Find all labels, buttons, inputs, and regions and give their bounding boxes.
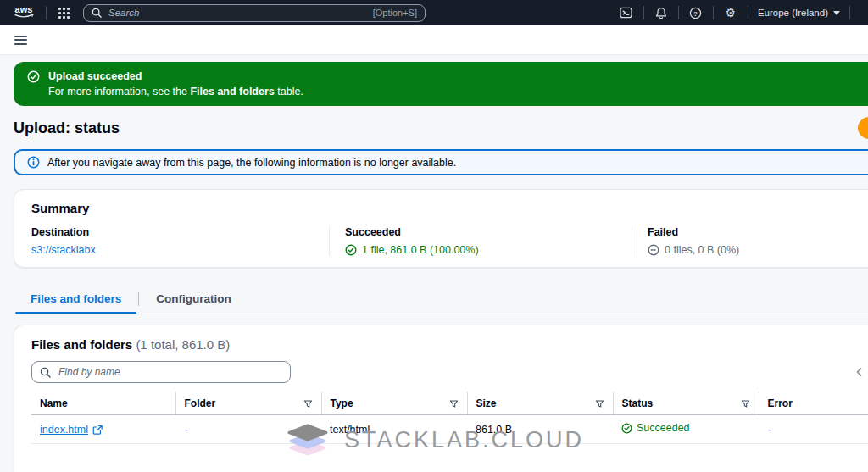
tab-configuration[interactable]: Configuration <box>139 286 248 314</box>
nav-utilities: ? ⚙ Europe (Ireland) <box>619 5 860 20</box>
summary-heading: Summary <box>31 201 868 215</box>
svg-text:?: ? <box>693 9 698 17</box>
filter-icon[interactable] <box>449 399 459 408</box>
table-count: (1 total, 861.0 B) <box>136 337 230 352</box>
succeeded-value: 1 file, 861.0 B (100.00%) <box>362 244 479 256</box>
column-header-folder[interactable]: Folder <box>175 392 321 415</box>
table-toolbar <box>31 361 868 383</box>
column-header-error[interactable]: Error <box>759 392 868 415</box>
page-title: Upload: status <box>14 119 120 137</box>
nav-divider <box>748 6 748 19</box>
cell-error: - <box>759 415 868 444</box>
side-menu-hamburger-icon[interactable] <box>14 33 27 47</box>
succeeded-label: Succeeded <box>345 226 616 238</box>
info-alert: After you navigate away from this page, … <box>14 149 868 175</box>
failed-stopped-icon <box>648 244 659 256</box>
column-header-type[interactable]: Type <box>321 392 467 415</box>
summary-failed: Failed 0 files, 0 B (0%) <box>632 226 868 256</box>
external-link-icon <box>92 425 103 435</box>
upload-success-flashbar: Upload succeeded For more information, s… <box>14 62 868 106</box>
status-badge: Succeeded <box>621 422 690 434</box>
cell-status: Succeeded <box>613 415 759 444</box>
column-header-name[interactable]: Name <box>31 392 175 415</box>
flashbar-message: For more information, see the Files and … <box>48 84 303 99</box>
cell-size: 861.0 B <box>467 415 613 444</box>
find-by-name-filter[interactable] <box>31 361 291 383</box>
files-and-folders-panel: Files and folders (1 total, 861.0 B) <box>14 325 868 472</box>
summary-destination: Destination s3://stacklabx <box>31 226 330 256</box>
column-header-size[interactable]: Size <box>467 392 613 415</box>
failed-label: Failed <box>648 226 868 238</box>
info-alert-text: After you navigate away from this page, … <box>47 157 456 169</box>
notifications-bell-icon[interactable] <box>654 5 669 20</box>
table-row: index.html - text/html 861.0 B <box>31 415 868 444</box>
apps-grid-icon[interactable] <box>56 5 71 20</box>
filter-icon[interactable] <box>303 399 313 408</box>
pagination <box>854 366 868 378</box>
filter-icon[interactable] <box>595 399 604 408</box>
files-table: Name Folder Type Size Status Error <box>31 392 868 444</box>
file-link[interactable]: index.html <box>40 424 103 436</box>
tab-files-and-folders[interactable]: Files and folders <box>14 286 138 314</box>
succeeded-check-icon <box>621 423 632 434</box>
search-shortcut-hint: [Option+S] <box>373 8 417 18</box>
table-header-row: Name Folder Type Size Status Error <box>31 392 868 415</box>
nav-divider <box>678 6 679 19</box>
page-header: Upload: status Close <box>14 117 868 139</box>
failed-value: 0 files, 0 B (0%) <box>665 244 739 256</box>
region-label: Europe (Ireland) <box>758 8 828 18</box>
search-icon <box>40 367 51 378</box>
top-navigation: aws [Option+S] <box>0 0 868 25</box>
success-check-icon <box>27 70 40 86</box>
breadcrumb-bar <box>0 25 868 55</box>
summary-grid: Destination s3://stacklabx Succeeded 1 f… <box>31 226 868 256</box>
help-icon[interactable]: ? <box>688 5 704 20</box>
destination-bucket-link[interactable]: s3://stacklabx <box>31 244 96 256</box>
destination-label: Destination <box>31 226 314 238</box>
succeeded-check-icon <box>345 244 357 256</box>
filter-icon[interactable] <box>741 399 750 408</box>
nav-divider <box>849 6 850 19</box>
summary-succeeded: Succeeded 1 file, 861.0 B (100.00%) <box>330 226 632 256</box>
summary-panel: Summary Destination s3://stacklabx Succe… <box>14 189 868 268</box>
chevron-down-icon <box>833 11 840 15</box>
table-title-text: Files and folders <box>31 337 132 352</box>
cell-type: text/html <box>321 415 467 444</box>
nav-divider <box>46 6 47 19</box>
cell-folder: - <box>175 415 321 444</box>
nav-divider <box>643 6 644 19</box>
cell-name: index.html <box>31 415 175 444</box>
flashbar-content: Upload succeeded For more information, s… <box>48 69 303 99</box>
column-header-status[interactable]: Status <box>613 392 759 415</box>
global-search[interactable]: [Option+S] <box>83 4 426 22</box>
nav-divider <box>713 6 714 19</box>
aws-logo-icon: aws <box>12 3 36 19</box>
find-by-name-input[interactable] <box>57 365 282 379</box>
tab-bar: Files and folders Configuration <box>14 286 868 314</box>
settings-gear-icon[interactable]: ⚙ <box>723 5 738 20</box>
close-button[interactable]: Close <box>858 117 868 139</box>
region-selector[interactable]: Europe (Ireland) <box>758 8 840 18</box>
main-content: Upload succeeded For more information, s… <box>14 55 868 472</box>
previous-page-chevron-icon[interactable] <box>854 366 864 378</box>
cloudshell-icon[interactable] <box>619 5 634 20</box>
table-title: Files and folders (1 total, 861.0 B) <box>31 337 868 352</box>
aws-logo[interactable]: aws <box>12 3 36 23</box>
search-input[interactable] <box>107 7 368 19</box>
info-icon <box>27 156 40 169</box>
search-icon <box>92 8 102 18</box>
svg-text:aws: aws <box>15 4 33 14</box>
flashbar-title: Upload succeeded <box>48 69 303 84</box>
